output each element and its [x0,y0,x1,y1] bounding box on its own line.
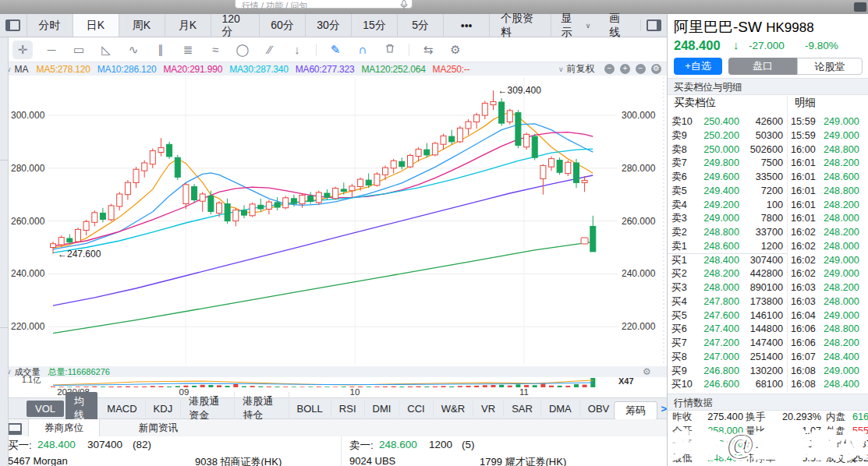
panel-layout-icon[interactable] [8,423,22,435]
period-tab-m120[interactable]: 120分 [211,14,260,37]
order-board-tab[interactable]: 盘口 [728,58,797,75]
order-book-row[interactable]: 卖2248.8003370016:02248.200 [668,226,868,240]
chart-settings-gear[interactable]: ⚙ [651,64,661,74]
magnet-tool[interactable]: ∩ [354,41,371,59]
broker-entry[interactable]: 9024 UBS [349,455,395,466]
trade-time: 16:01 [791,171,816,185]
draw-line-menu[interactable]: 画线 [600,12,639,40]
add-watchlist-button[interactable]: +自选 [674,58,722,75]
order-book-row[interactable]: 买3248.00089010016:03248.200 [668,281,868,295]
order-book-row[interactable]: 卖8250.00050260016:00248.800 [668,143,868,157]
window-control-icon[interactable] [854,2,866,12]
parallel-tool[interactable]: ∕∕ [261,41,278,59]
order-book-row[interactable]: 买10246.6006810016:08248.400 [668,378,868,392]
rect-tool[interactable]: ▭ [70,41,87,59]
order-book-row[interactable]: 卖3249.000780016:01248.000 [668,212,868,226]
trade-price: 248.800 [824,323,859,337]
wave-tool[interactable]: ∿ [125,41,142,59]
compare-tool[interactable]: ⇆ [420,41,437,59]
bid1-label: 买一: [8,439,32,453]
svg-text:220.000: 220.000 [622,321,656,332]
period-tab-m30[interactable]: 30分 [306,14,352,37]
fan-tool[interactable]: ◺ [97,41,115,59]
order-book-row[interactable]: 卖1248.600120016:02248.000 [668,240,868,254]
broker-entry[interactable]: 1799 耀才证券(HK) [480,455,566,466]
order-book-row[interactable]: 买9246.80013020016:08249.000 [668,365,868,379]
broker-entry[interactable]: 9038 招商证券(HK) [195,455,282,466]
indicator-tab-kdj[interactable]: KDJ [146,401,182,417]
indicator-tab-cci[interactable]: CCI [399,401,433,417]
move-tool[interactable]: ✛ [12,41,33,59]
order-book-row[interactable]: 卖10250.4004260015:59249.000 [668,115,868,129]
indicator-tab-dmi[interactable]: DMI [365,401,400,417]
indicator-tab-vr[interactable]: VR [473,401,504,417]
zigzag-tool[interactable]: ≈ [207,41,224,59]
indicator-tab-rsi[interactable]: RSI [331,401,365,417]
indicator-tab-vol[interactable]: VOL [27,401,64,417]
volume-bars [0,377,667,388]
order-book-row[interactable]: 卖4249.20010016:01248.200 [668,199,868,213]
divider [668,253,787,254]
candlestick-chart[interactable]: 300.000300.000280.000280.000260.000260.0… [0,76,667,366]
collapse-button[interactable]: − [636,64,646,74]
order-book-row[interactable]: 买5247.60014610016:04249.000 [668,309,868,323]
period-tab-m60[interactable]: 60分 [260,14,306,37]
order-price: 250.000 [691,143,739,157]
zoom-in-button[interactable]: + [620,64,630,74]
period-tab-month-k[interactable]: 月K [165,14,211,37]
ma-toggle[interactable]: MA [15,64,29,75]
microphone-icon[interactable] [400,0,408,11]
trash-icon[interactable] [381,41,399,59]
tab-broker-seats[interactable]: 券商席位 [28,419,100,436]
trendline-tool[interactable]: ─ [43,41,60,59]
period-tab-day-k[interactable]: 日K [73,14,119,37]
order-book-row[interactable]: 卖9250.2005030015:59249.000 [668,129,868,143]
forum-tab[interactable]: 论股堂 [797,58,863,75]
chip-distribution-button[interactable]: 筹码 [614,401,657,420]
order-book-row[interactable]: 卖6249.6003350016:01248.600 [668,171,868,185]
indicator-tab-w-r[interactable]: W&R [434,401,473,417]
arrow-tool[interactable]: ↓ [289,41,306,59]
period-tab-m15[interactable]: 15分 [352,14,398,37]
period-tab-stock-info[interactable]: 个股资料 [490,14,551,37]
vlines-tool[interactable]: ∥ [152,41,169,59]
period-tab-m5[interactable]: 5分 [398,14,444,37]
search-input[interactable]: 行情 / 功能 / 问句 [235,0,413,9]
broker-entry[interactable]: 5467 Morgan [8,455,68,466]
period-tab-minute[interactable]: 分时 [27,14,73,37]
indicator-tab-dma[interactable]: DMA [541,401,580,417]
volume-settings-gear[interactable]: ⚙ [643,366,651,377]
order-book-row[interactable]: 买1248.40030740016:02249.000 [668,254,868,268]
order-book-row[interactable]: 买7247.20014740016:06248.200 [668,337,868,351]
indicator-tab-boll[interactable]: BOLL [289,401,331,417]
period-tab-more[interactable]: ••• [444,14,490,37]
indicator-tab-sar[interactable]: SAR [504,401,541,417]
ask1-price: 248.600 [379,439,417,450]
left-panel-toggle[interactable] [0,14,27,37]
broker-queue-row: 5467 Morgan9038 招商证券(HK)9024 UBS1799 耀才证… [0,454,667,466]
price-change-pct: -9.80% [805,40,838,51]
gann-tool[interactable]: ≣ [179,41,197,59]
zoom-out-button[interactable]: − [604,64,615,74]
gear-icon[interactable]: ⚙ [447,41,464,59]
right-panel-toggle[interactable] [640,19,667,31]
ellipse-tool[interactable]: ◯ [234,41,251,59]
indicator-tab-macd[interactable]: MACD [99,401,145,417]
display-menu[interactable]: 显示∨ [551,12,600,40]
trade-price: 248.200 [824,157,859,171]
order-book-row[interactable]: 买2248.20044280016:02249.000 [668,267,868,281]
period-tab-week-k[interactable]: 周K [119,14,165,37]
left-edge-strip[interactable] [0,37,9,466]
pencil-tool[interactable]: ✎ [327,41,344,59]
indicator-tab-obv[interactable]: OBV [580,401,618,417]
order-book-row[interactable]: 买8247.00025140016:07248.400 [668,351,868,365]
adjust-mode-dropdown[interactable]: ∨ 前复权 [558,62,595,76]
order-volume: 144800 [742,323,783,337]
more-indicators-arrow[interactable]: > [661,403,667,415]
order-book-row[interactable]: 买4247.80017380016:03248.000 [668,295,868,309]
tab-news[interactable]: 新闻资讯 [123,419,193,436]
trade-price: 248.200 [824,337,859,351]
order-book-row[interactable]: 卖5249.400720016:01248.800 [668,185,868,199]
order-book-row[interactable]: 买6247.40014480016:06248.800 [668,323,868,337]
order-book-row[interactable]: 卖7249.800750016:01248.200 [668,157,868,171]
